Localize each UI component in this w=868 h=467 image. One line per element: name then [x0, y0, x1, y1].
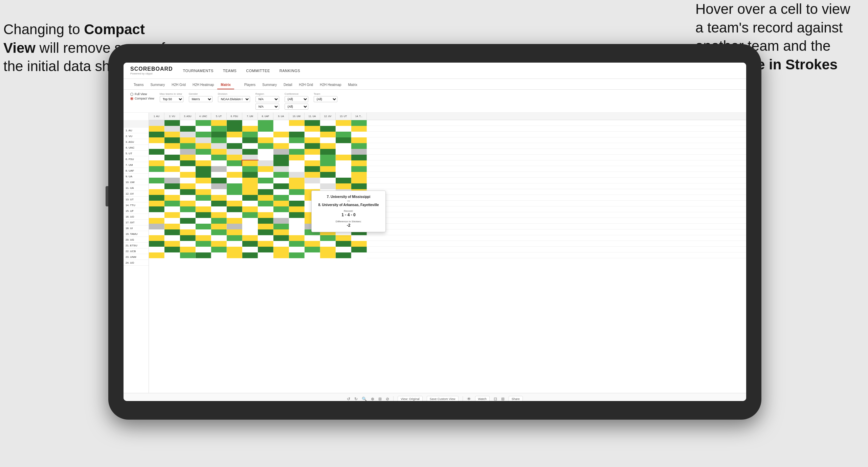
cell-6-4[interactable] — [196, 149, 211, 155]
conference-select-2[interactable]: (All) — [285, 104, 308, 110]
cell-20-8[interactable] — [258, 229, 273, 235]
cell-23-2[interactable] — [164, 247, 180, 252]
cell-16-4[interactable] — [196, 206, 211, 212]
cell-17-2[interactable] — [164, 212, 180, 218]
cell-2-14[interactable] — [351, 126, 367, 132]
cell-2-1[interactable] — [149, 126, 164, 132]
cell-24-13[interactable] — [336, 252, 351, 258]
cell-5-1[interactable] — [149, 143, 164, 149]
cell-20-10[interactable] — [289, 229, 305, 235]
cell-22-10[interactable] — [289, 241, 305, 247]
cell-12-4[interactable] — [196, 183, 211, 189]
cell-16-1[interactable] — [149, 206, 164, 212]
cell-1-3[interactable] — [180, 120, 196, 126]
cell-4-14[interactable] — [351, 137, 367, 143]
cell-1-1[interactable] — [149, 120, 164, 126]
cell-15-1[interactable] — [149, 201, 164, 206]
cell-24-9[interactable] — [273, 252, 289, 258]
cell-9-12[interactable] — [320, 166, 336, 172]
full-view-option[interactable]: Full View — [130, 92, 154, 96]
cell-3-10[interactable] — [289, 132, 305, 137]
cell-21-4[interactable] — [196, 235, 211, 241]
cell-1-11[interactable] — [305, 120, 320, 126]
cell-14-2[interactable] — [164, 195, 180, 201]
cell-7-9[interactable] — [273, 155, 289, 160]
cell-20-2[interactable] — [164, 229, 180, 235]
cell-12-3[interactable] — [180, 183, 196, 189]
cell-1-7[interactable] — [242, 120, 258, 126]
cell-11-1[interactable] — [149, 178, 164, 183]
region-select[interactable]: N/A — [255, 96, 279, 102]
cell-18-5[interactable] — [211, 218, 227, 224]
cell-22-4[interactable] — [196, 241, 211, 247]
cell-12-8[interactable] — [258, 183, 273, 189]
zoom-out-icon[interactable]: 🔍 — [362, 397, 367, 401]
cell-10-5[interactable] — [211, 172, 227, 178]
cell-9-10[interactable] — [289, 166, 305, 172]
cell-10-8[interactable] — [258, 172, 273, 178]
cell-24-14[interactable] — [351, 252, 367, 258]
cell-19-1[interactable] — [149, 224, 164, 229]
cell-2-7[interactable] — [242, 126, 258, 132]
cell-6-11[interactable] — [305, 149, 320, 155]
cell-11-13[interactable] — [336, 178, 351, 183]
gender-select[interactable]: Men's — [189, 96, 213, 102]
cell-11-7[interactable] — [242, 178, 258, 183]
cell-22-2[interactable] — [164, 241, 180, 247]
cell-20-3[interactable] — [180, 229, 196, 235]
cell-17-6[interactable] — [227, 212, 242, 218]
cell-4-11[interactable] — [305, 137, 320, 143]
cell-17-9[interactable] — [273, 212, 289, 218]
cell-10-7[interactable] — [242, 172, 258, 178]
cell-1-14[interactable] — [351, 120, 367, 126]
cell-7-3[interactable] — [180, 155, 196, 160]
cell-7-1[interactable] — [149, 155, 164, 160]
cell-5-12[interactable] — [320, 143, 336, 149]
cell-5-8[interactable] — [258, 143, 273, 149]
cell-19-9[interactable] — [273, 224, 289, 229]
cell-7-14[interactable] — [351, 155, 367, 160]
cell-1-13[interactable] — [336, 120, 351, 126]
cell-24-2[interactable] — [164, 252, 180, 258]
cell-17-7[interactable] — [242, 212, 258, 218]
cell-1-10[interactable] — [289, 120, 305, 126]
cell-16-6[interactable] — [227, 206, 242, 212]
cell-8-8[interactable] — [258, 160, 273, 166]
cell-23-7[interactable] — [242, 247, 258, 252]
cell-10-11[interactable] — [305, 172, 320, 178]
watch-icon[interactable]: 👁 — [467, 397, 471, 401]
cell-10-6[interactable] — [227, 172, 242, 178]
cell-3-1[interactable] — [149, 132, 164, 137]
cell-10-3[interactable] — [180, 172, 196, 178]
cell-7-6[interactable] — [227, 155, 242, 160]
cell-9-11[interactable] — [305, 166, 320, 172]
cell-15-5[interactable] — [211, 201, 227, 206]
cell-14-8[interactable] — [258, 195, 273, 201]
cell-3-3[interactable] — [180, 132, 196, 137]
cell-3-4[interactable] — [196, 132, 211, 137]
cell-15-7[interactable] — [242, 201, 258, 206]
cell-3-12[interactable] — [320, 132, 336, 137]
cell-23-3[interactable] — [180, 247, 196, 252]
cell-4-5[interactable] — [211, 137, 227, 143]
cell-12-5[interactable] — [211, 183, 227, 189]
cell-2-8[interactable] — [258, 126, 273, 132]
tab-matrix[interactable]: Matrix — [217, 81, 234, 89]
cell-22-9[interactable] — [273, 241, 289, 247]
cell-18-4[interactable] — [196, 218, 211, 224]
cell-9-1[interactable] — [149, 166, 164, 172]
cell-8-4[interactable] — [196, 160, 211, 166]
cell-5-4[interactable] — [196, 143, 211, 149]
cell-23-8[interactable] — [258, 247, 273, 252]
cell-11-5[interactable] — [211, 178, 227, 183]
cell-3-14[interactable] — [351, 132, 367, 137]
cell-4-13[interactable] — [336, 137, 351, 143]
cell-21-9[interactable] — [273, 235, 289, 241]
cell-16-10[interactable] — [289, 206, 305, 212]
cell-2-6[interactable] — [227, 126, 242, 132]
cell-4-10[interactable] — [289, 137, 305, 143]
cell-24-6[interactable] — [227, 252, 242, 258]
cell-12-7[interactable] — [242, 183, 258, 189]
cell-22-13[interactable] — [336, 241, 351, 247]
cell-14-1[interactable] — [149, 195, 164, 201]
